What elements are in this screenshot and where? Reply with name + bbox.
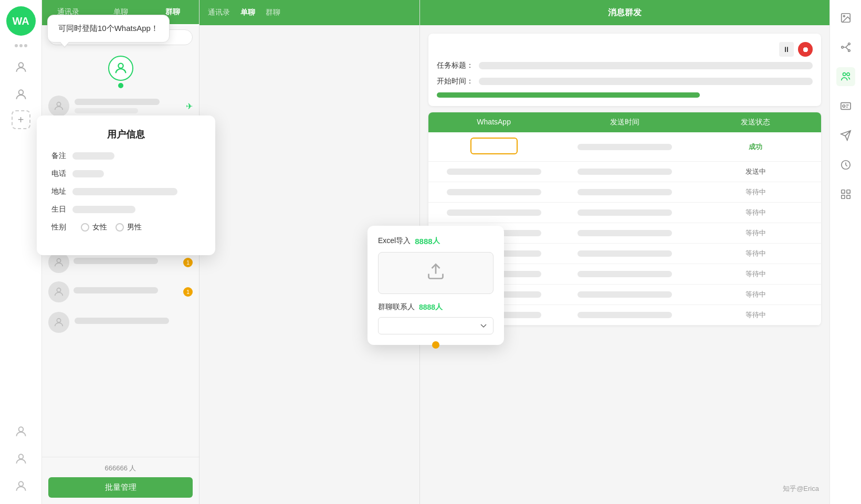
- excel-import-count: 8888: [415, 237, 432, 246]
- rail-icon-contacts-group[interactable]: [836, 67, 855, 86]
- svg-point-16: [841, 46, 843, 48]
- time-bar-1: [578, 144, 672, 150]
- th-send-time: 发送时间: [559, 112, 690, 132]
- td-time-5: [559, 225, 690, 242]
- middle-tab-single[interactable]: 单聊: [240, 8, 255, 17]
- mass-send-title: 消息群发: [608, 7, 642, 18]
- rail-icon-route[interactable]: [836, 38, 855, 57]
- sidebar-dots: [15, 44, 27, 47]
- info-row-note: 备注: [51, 151, 201, 161]
- gender-row: 性别 女性 男性: [51, 223, 201, 232]
- td-status-9: 等待中: [690, 305, 821, 325]
- group-select[interactable]: [378, 317, 494, 334]
- excel-popup: Excel导入 8888 人 群聊联系人 8888 人: [368, 226, 504, 345]
- tooltip-text: 可同时登陆10个WhatsApp！: [58, 24, 159, 33]
- svg-point-22: [843, 105, 845, 108]
- sidebar-icon-person-1[interactable]: [9, 56, 33, 79]
- td-time-6: [559, 245, 690, 262]
- radio-female[interactable]: 女性: [81, 223, 107, 232]
- avatar: [48, 281, 69, 302]
- middle-tab-contacts[interactable]: 通讯录: [208, 8, 230, 17]
- info-label-address: 地址: [51, 187, 72, 196]
- rail-icon-image[interactable]: [836, 8, 855, 27]
- sidebar-icon-person-3[interactable]: [9, 420, 33, 443]
- info-value-note: [72, 152, 114, 160]
- svg-point-11: [57, 259, 60, 262]
- contact-name-bar: [75, 318, 169, 324]
- radio-circle-male: [116, 223, 124, 232]
- upload-area[interactable]: [378, 252, 494, 294]
- info-label-birthday: 生日: [51, 205, 72, 214]
- rail-icon-send[interactable]: [836, 126, 855, 145]
- info-row-phone: 电话: [51, 169, 201, 178]
- dot-3: [24, 44, 27, 47]
- time-bar-2: [578, 169, 672, 175]
- info-label-note: 备注: [51, 151, 72, 161]
- svg-point-20: [846, 73, 849, 76]
- svg-rect-25: [846, 190, 849, 193]
- wa-bar-2: [447, 169, 541, 175]
- table-row[interactable]: 等待中: [428, 182, 821, 203]
- td-status-2: 发送中: [690, 162, 821, 182]
- td-status-3: 等待中: [690, 182, 821, 202]
- task-time-label: 开始时间：: [437, 77, 479, 86]
- user-info-modal: 用户信息 备注 电话 地址 生日 性别 女性 男性: [37, 116, 215, 255]
- whatsapp-highlight-cell: [470, 138, 518, 154]
- upload-icon: [426, 262, 445, 285]
- svg-point-0: [18, 62, 23, 67]
- rail-icon-id-card[interactable]: [836, 97, 855, 116]
- sidebar-icon-person-5[interactable]: [9, 475, 33, 498]
- stop-button[interactable]: ⏺: [798, 42, 813, 57]
- td-status-8: 等待中: [690, 285, 821, 304]
- info-value-birthday: [72, 206, 135, 213]
- modal-title: 用户信息: [51, 128, 201, 141]
- progress-bar: [437, 92, 700, 98]
- rail-icon-grid[interactable]: [836, 185, 855, 204]
- badge-2: 1: [183, 287, 193, 297]
- svg-point-4: [18, 481, 23, 486]
- user-circle-icon[interactable]: [108, 56, 133, 81]
- task-time-row: 开始时间：: [437, 77, 813, 86]
- avatar: [48, 96, 69, 117]
- table-row[interactable]: 发送中: [428, 162, 821, 182]
- middle-tab-group[interactable]: 群聊: [266, 8, 280, 17]
- table-row[interactable]: 等待中: [428, 203, 821, 223]
- middle-header: 通讯录 单聊 群聊: [200, 0, 419, 25]
- contact-item-with-badge-2[interactable]: 1: [42, 277, 199, 307]
- sidebar-icon-person-2[interactable]: [9, 83, 33, 106]
- td-time-2: [559, 163, 690, 180]
- dot-1: [15, 44, 18, 47]
- radio-male[interactable]: 男性: [116, 223, 142, 232]
- td-time-1: [559, 139, 690, 155]
- contact-name-bar: [74, 287, 158, 293]
- td-status-4: 等待中: [690, 203, 821, 223]
- group-contacts-label: 群聊联系人: [378, 302, 415, 312]
- connector-dot: [118, 83, 123, 88]
- orange-connector-dot: [432, 341, 439, 349]
- contact-name-bar: [75, 99, 160, 105]
- contact-info: [75, 99, 181, 113]
- info-value-phone: [72, 170, 104, 177]
- contact-item[interactable]: [42, 307, 199, 338]
- sidebar-icon-person-4[interactable]: [9, 447, 33, 470]
- app-logo[interactable]: WA: [6, 6, 36, 36]
- svg-point-13: [57, 319, 60, 322]
- batch-manage-button[interactable]: 批量管理: [48, 477, 193, 498]
- td-time-8: [559, 286, 690, 303]
- group-contacts-unit: 人: [435, 302, 443, 312]
- logo-text: WA: [12, 15, 29, 27]
- contacts-count: 666666 人: [105, 464, 136, 472]
- rail-icon-clock[interactable]: [836, 155, 855, 174]
- svg-point-12: [57, 288, 60, 292]
- group-contacts-count: 8888: [419, 303, 435, 311]
- svg-rect-26: [841, 195, 844, 198]
- td-time-3: [559, 184, 690, 201]
- header-controls: ⏸ ⏺: [437, 42, 813, 57]
- svg-point-17: [848, 43, 850, 45]
- excel-import-label: Excel导入: [378, 236, 411, 246]
- contact-name-bar: [74, 258, 158, 264]
- add-account-button[interactable]: +: [12, 110, 30, 129]
- table-row[interactable]: 成功: [428, 132, 821, 162]
- pause-button[interactable]: ⏸: [779, 42, 794, 57]
- th-whatsapp: WhatsApp: [428, 112, 559, 132]
